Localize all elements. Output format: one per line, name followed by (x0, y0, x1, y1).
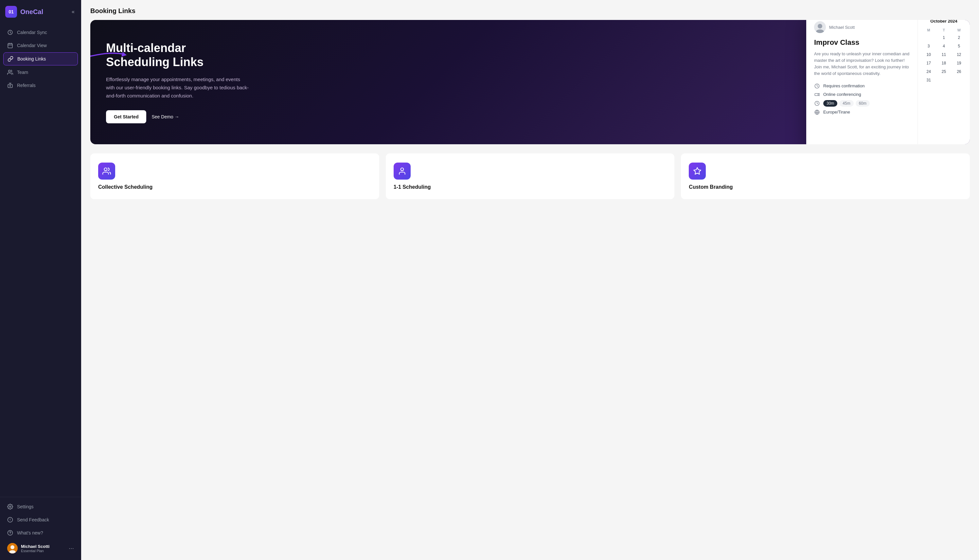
sidebar-item-referrals[interactable]: Referrals (3, 79, 78, 92)
logo-icon: 01 (5, 6, 17, 18)
sidebar: 01 OneCal « Calendar Sync Calendar View … (0, 0, 81, 560)
sidebar-collapse-button[interactable]: « (70, 8, 76, 16)
get-started-button[interactable]: Get Started (106, 110, 146, 123)
card-title-branding: Custom Branding (689, 184, 962, 190)
main-content: Booking Links Multi-calendarScheduling L… (81, 0, 979, 560)
cal-day[interactable]: 24 (922, 68, 936, 75)
cal-day[interactable]: 17 (922, 60, 936, 67)
cal-day[interactable]: 26 (952, 68, 966, 75)
whats-new-icon (7, 530, 13, 536)
sidebar-item-label: Calendar View (17, 43, 47, 48)
duration-badge-45m[interactable]: 45m (839, 100, 853, 107)
sidebar-item-label: What's new? (17, 530, 43, 535)
booking-links-icon (8, 56, 13, 62)
event-title: Improv Class (814, 38, 910, 47)
sidebar-logo: 01 OneCal « (0, 0, 81, 23)
svg-marker-21 (818, 93, 819, 96)
sidebar-item-label: Send Feedback (17, 517, 49, 522)
meta-conferencing: Online conferencing (814, 92, 910, 97)
hero-arrow (90, 46, 130, 62)
cal-day[interactable]: 4 (937, 43, 951, 50)
cal-day[interactable]: 12 (952, 51, 966, 58)
user-info: Michael Scotti Essential Plan (21, 544, 65, 553)
duration-badges: 30m 45m 60m (823, 100, 870, 107)
sidebar-item-label: Calendar Sync (17, 30, 47, 35)
team-icon (7, 69, 13, 75)
settings-icon (7, 504, 13, 510)
referrals-icon (7, 82, 13, 88)
user-menu-button[interactable]: ⋯ (69, 545, 74, 552)
card-title-collective: Collective Scheduling (98, 184, 371, 190)
logo-text: OneCal (20, 8, 43, 16)
user-profile-row[interactable]: Michael Scotti Essential Plan ⋯ (3, 540, 78, 557)
page-title: Booking Links (90, 7, 970, 15)
event-description: Are you ready to unleash your inner come… (814, 51, 910, 77)
calendar-panel: October 2024 M T W 1 2 3 4 5 10 11 12 17… (917, 20, 970, 144)
duration-badge-60m[interactable]: 60m (856, 100, 870, 107)
duration-badge-30m[interactable]: 30m (823, 100, 837, 107)
sidebar-item-booking-links[interactable]: Booking Links (3, 52, 78, 65)
clock-icon (814, 100, 820, 106)
confirmation-label: Requires confirmation (823, 83, 864, 88)
cal-day[interactable]: 5 (952, 43, 966, 50)
cal-day[interactable]: 10 (922, 51, 936, 58)
see-demo-button[interactable]: See Demo → (152, 114, 179, 119)
sidebar-item-calendar-sync[interactable]: Calendar Sync (3, 26, 78, 38)
calendar-month: October 2024 (922, 20, 966, 23)
svg-marker-15 (122, 52, 127, 57)
cal-day[interactable]: 18 (937, 60, 951, 67)
svg-point-26 (400, 168, 404, 171)
svg-point-4 (8, 70, 10, 72)
card-title-one-on-one: 1-1 Scheduling (394, 184, 667, 190)
globe-icon (814, 109, 820, 115)
cal-day[interactable]: 11 (937, 51, 951, 58)
cal-day[interactable]: 31 (922, 77, 936, 84)
sidebar-item-whats-new[interactable]: What's new? (3, 527, 78, 539)
svg-point-17 (818, 24, 822, 28)
host-name: Michael Scott (829, 25, 855, 30)
sidebar-item-team[interactable]: Team (3, 66, 78, 78)
one-on-one-icon-wrap (394, 163, 411, 180)
cal-day[interactable]: 1 (937, 34, 951, 41)
sidebar-item-label: Referrals (17, 83, 36, 88)
booking-preview: Michael Scott Improv Class Are you ready… (806, 20, 970, 144)
sidebar-item-send-feedback[interactable]: Send Feedback (3, 513, 78, 526)
sidebar-item-label: Booking Links (17, 56, 46, 62)
timezone-label: Europe/Tirane (823, 110, 850, 115)
feature-card-branding: Custom Branding (681, 153, 970, 199)
cal-header-w: W (952, 27, 966, 33)
sidebar-nav: Calendar Sync Calendar View Booking Link… (0, 23, 81, 497)
sidebar-bottom: Settings Send Feedback What's new? Micha… (0, 497, 81, 560)
meta-confirmation: Requires confirmation (814, 83, 910, 89)
cal-day[interactable]: 25 (937, 68, 951, 75)
booking-meta: Requires confirmation Online conferencin… (814, 83, 910, 115)
sidebar-item-calendar-view[interactable]: Calendar View (3, 39, 78, 52)
meta-duration: 30m 45m 60m (814, 100, 910, 107)
feature-cards: Collective Scheduling 1-1 Scheduling Cus… (81, 144, 979, 208)
feature-card-collective: Collective Scheduling (90, 153, 379, 199)
meta-timezone: Europe/Tirane (814, 109, 910, 115)
cal-day (937, 77, 951, 84)
cal-day (922, 34, 936, 41)
video-icon (814, 92, 820, 97)
avatar (7, 543, 18, 553)
sidebar-item-label: Team (17, 70, 28, 75)
user-name: Michael Scotti (21, 544, 65, 549)
svg-point-25 (104, 168, 107, 171)
conferencing-label: Online conferencing (823, 92, 861, 97)
cal-day[interactable]: 19 (952, 60, 966, 67)
cal-header-m: M (922, 27, 936, 33)
cal-day[interactable]: 3 (922, 43, 936, 50)
cal-day (952, 77, 966, 84)
hero-actions: Get Started See Demo → (106, 110, 250, 123)
branding-icon-wrap (689, 163, 706, 180)
sidebar-item-label: Settings (17, 504, 34, 509)
feature-card-one-on-one: 1-1 Scheduling (386, 153, 675, 199)
cal-day[interactable]: 2 (952, 34, 966, 41)
page-header: Booking Links (81, 0, 979, 20)
user-plan: Essential Plan (21, 549, 65, 553)
sidebar-item-settings[interactable]: Settings (3, 500, 78, 513)
cal-header-t: T (937, 27, 951, 33)
calendar-view-icon (7, 43, 13, 48)
calendar-grid: M T W 1 2 3 4 5 10 11 12 17 18 19 24 (922, 27, 966, 84)
